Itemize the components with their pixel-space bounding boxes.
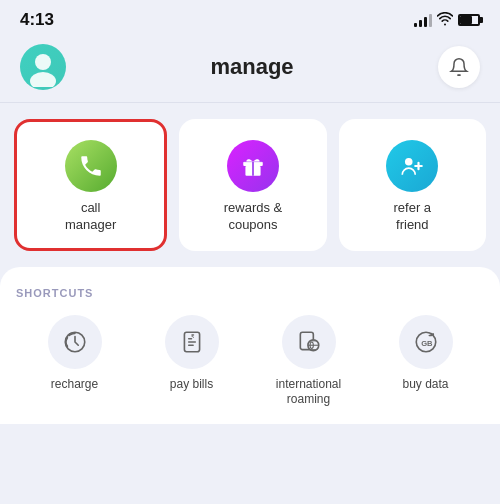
recharge-icon-wrap: [48, 315, 102, 369]
shortcut-buy-data[interactable]: GB buy data: [391, 315, 461, 393]
svg-point-0: [35, 54, 51, 70]
shortcuts-section: SHORTCUTS recharge ₹: [0, 267, 500, 424]
buy-data-label: buy data: [402, 377, 448, 393]
shortcut-pay-bills[interactable]: ₹ pay bills: [157, 315, 227, 393]
globe-icon: [296, 329, 322, 355]
header: manage: [0, 36, 500, 102]
page-title: manage: [210, 54, 293, 80]
svg-text:GB: GB: [421, 339, 433, 348]
pay-bills-icon: ₹: [179, 329, 205, 355]
card-refer-label: refer afriend: [394, 200, 432, 234]
shortcut-recharge[interactable]: recharge: [40, 315, 110, 393]
pay-bills-label: pay bills: [170, 377, 213, 393]
status-icons: [414, 12, 480, 29]
recharge-icon: [62, 329, 88, 355]
cards-row: callmanager rewards &coupons refer afrie…: [0, 103, 500, 263]
pay-bills-icon-wrap: ₹: [165, 315, 219, 369]
status-time: 4:13: [20, 10, 54, 30]
avatar: [20, 44, 66, 90]
call-manager-icon-wrap: [65, 140, 117, 192]
bell-icon: [449, 57, 469, 77]
card-call-manager-label: callmanager: [65, 200, 116, 234]
rewards-icon-wrap: [227, 140, 279, 192]
card-refer-friend[interactable]: refer afriend: [339, 119, 486, 251]
wifi-icon: [437, 12, 453, 29]
card-rewards-label: rewards &coupons: [224, 200, 283, 234]
card-rewards-coupons[interactable]: rewards &coupons: [179, 119, 326, 251]
status-bar: 4:13: [0, 0, 500, 36]
refer-icon-wrap: [386, 140, 438, 192]
phone-icon: [78, 153, 104, 179]
svg-point-1: [30, 72, 56, 87]
battery-icon: [458, 14, 480, 26]
signal-icon: [414, 13, 432, 27]
recharge-label: recharge: [51, 377, 98, 393]
refer-icon: [399, 153, 425, 179]
shortcuts-heading: SHORTCUTS: [16, 287, 484, 299]
card-call-manager[interactable]: callmanager: [14, 119, 167, 251]
avatar-icon: [23, 47, 63, 87]
international-roaming-label: internationalroaming: [276, 377, 341, 408]
international-roaming-icon-wrap: [282, 315, 336, 369]
buy-data-icon: GB: [413, 329, 439, 355]
svg-point-15: [431, 333, 433, 335]
notification-button[interactable]: [438, 46, 480, 88]
svg-text:₹: ₹: [190, 332, 194, 338]
svg-point-4: [405, 158, 413, 166]
gift-icon: [240, 153, 266, 179]
shortcuts-row: recharge ₹ pay bills: [16, 315, 484, 408]
shortcut-international-roaming[interactable]: internationalroaming: [274, 315, 344, 408]
buy-data-icon-wrap: GB: [399, 315, 453, 369]
